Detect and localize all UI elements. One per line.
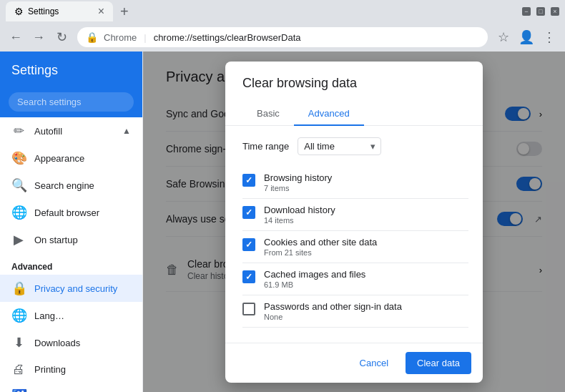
account-button[interactable]: 👤 (516, 27, 536, 47)
toolbar-icons: ☆ 👤 ⋮ (493, 27, 559, 47)
checkbox-item-passwords: Passwords and other sign-in data None (242, 295, 468, 327)
back-button[interactable]: ← (6, 27, 26, 47)
address-bar: ← → ↻ 🔒 Chrome | chrome://settings/clear… (0, 23, 565, 52)
menu-button[interactable]: ⋮ (539, 27, 559, 47)
sidebar-item-autofill[interactable]: ✏ Autofill ▲ (0, 117, 142, 144)
cached-sub: 61.9 MB (264, 280, 365, 289)
time-range-select[interactable]: Last hour Last 24 hours Last 7 days Last… (298, 137, 381, 155)
download-history-label: Download history (264, 205, 335, 215)
appearance-icon: 🎨 (11, 150, 26, 166)
browsing-history-sub: 7 items (264, 184, 332, 192)
sidebar-item-on-startup[interactable]: ▶ On startup (0, 226, 142, 253)
checkbox-list: ✓ Browsing history 7 items ✓ (242, 167, 468, 331)
sidebar-item-default-browser-label: Default browser (34, 207, 99, 218)
sidebar-item-appearance-label: Appearance (34, 153, 84, 164)
tab-favicon: ⚙ (14, 6, 24, 17)
browsing-history-label: Browsing history (264, 172, 332, 183)
passwords-sub: None (264, 313, 402, 321)
tab-bar: ⚙ Settings × + (6, 1, 133, 21)
active-tab[interactable]: ⚙ Settings × (6, 1, 113, 21)
check-mark: ✓ (245, 240, 252, 250)
autofill-icon: ✏ (11, 123, 26, 139)
cancel-button[interactable]: Cancel (348, 352, 400, 374)
cached-label: Cached images and files (264, 269, 365, 280)
sidebar-item-privacy[interactable]: 🔒 Privacy and security (0, 275, 142, 302)
languages-icon: 🌐 (11, 308, 26, 323)
main-layout: Settings ✏ Autofill ▲ 🎨 Appearance 🔍 Sea… (0, 52, 565, 392)
printing-icon: 🖨 (11, 362, 26, 377)
sidebar-item-downloads[interactable]: ⬇ Downloads (0, 329, 142, 356)
cookies-sub: From 21 sites (264, 248, 377, 257)
close-button[interactable]: × (551, 7, 559, 16)
default-browser-icon: 🌐 (11, 205, 26, 220)
sidebar-item-languages-label: Lang… (34, 310, 64, 321)
dialog-body: Time range Last hour Last 24 hours Last … (225, 126, 483, 343)
refresh-button[interactable]: ↻ (51, 27, 72, 47)
time-range-row: Time range Last hour Last 24 hours Last … (242, 137, 466, 155)
cookies-checkbox[interactable]: ✓ (242, 238, 255, 251)
sidebar-item-downloads-label: Downloads (34, 338, 80, 348)
browsing-history-checkbox[interactable]: ✓ (242, 174, 255, 187)
dialog-footer: Cancel Clear data (225, 343, 483, 383)
sidebar-item-search-engine[interactable]: 🔍 Search engine (0, 172, 142, 199)
chrome-label: Chrome (104, 32, 137, 43)
dialog-tabs: Basic Advanced (225, 102, 483, 126)
omnibox[interactable]: 🔒 Chrome | chrome://settings/clearBrowse… (77, 27, 488, 47)
maximize-button[interactable]: □ (536, 7, 545, 16)
dialog-title: Clear browsing data (225, 62, 483, 102)
secure-icon: 🔒 (86, 31, 98, 43)
sidebar-item-languages[interactable]: 🌐 Lang… (0, 302, 142, 329)
clear-data-button[interactable]: Clear data (406, 352, 471, 374)
new-tab-button[interactable]: + (116, 4, 133, 20)
on-startup-icon: ▶ (11, 232, 26, 248)
advanced-section-label: Advanced (0, 253, 142, 275)
accessibility-icon: ♿ (11, 388, 26, 392)
privacy-icon: 🔒 (11, 280, 26, 296)
sidebar-title: Settings (0, 52, 142, 87)
passwords-checkbox[interactable] (242, 303, 255, 315)
search-input[interactable] (9, 92, 134, 112)
window-controls: − □ × (522, 7, 559, 16)
time-range-select-wrapper[interactable]: Last hour Last 24 hours Last 7 days Last… (298, 137, 381, 155)
content-area: Privacy and security Sync and Google ser… (143, 52, 565, 392)
tab-close-button[interactable]: × (98, 6, 104, 17)
cached-checkbox[interactable]: ✓ (242, 270, 255, 283)
checkbox-item-autofill: Autofill form data (242, 327, 468, 331)
nav-buttons: ← → ↻ (6, 27, 72, 47)
check-mark: ✓ (245, 207, 252, 217)
tab-title: Settings (28, 6, 59, 16)
sidebar-item-printing-label: Printing (34, 364, 66, 375)
clear-browsing-dialog: Clear browsing data Basic Advanced Time … (225, 62, 483, 383)
minimize-button[interactable]: − (522, 7, 531, 16)
sidebar-item-appearance[interactable]: 🎨 Appearance (0, 144, 142, 172)
separator: | (144, 32, 146, 43)
sidebar-search-area (0, 87, 142, 117)
bookmark-button[interactable]: ☆ (493, 27, 514, 47)
download-history-checkbox[interactable]: ✓ (242, 206, 255, 219)
sidebar-item-accessibility[interactable]: ♿ Accessibility (0, 383, 142, 392)
sidebar-item-default-browser[interactable]: 🌐 Default browser (0, 199, 142, 226)
search-engine-icon: 🔍 (11, 177, 26, 193)
sidebar-item-autofill-label: Autofill (34, 126, 62, 137)
forward-button[interactable]: → (29, 27, 49, 47)
autofill-arrow-icon: ▲ (122, 126, 131, 136)
tab-basic[interactable]: Basic (242, 102, 294, 126)
title-bar: ⚙ Settings × + − □ × (0, 0, 565, 23)
passwords-label: Passwords and other sign-in data (264, 301, 402, 312)
check-mark: ✓ (245, 272, 252, 282)
url-text: chrome://settings/clearBrowserData (154, 32, 301, 43)
check-mark: ✓ (245, 175, 252, 185)
time-range-label: Time range (242, 141, 289, 152)
sidebar: Settings ✏ Autofill ▲ 🎨 Appearance 🔍 Sea… (0, 52, 143, 392)
sidebar-item-on-startup-label: On startup (34, 235, 78, 245)
downloads-icon: ⬇ (11, 335, 26, 351)
sidebar-item-printing[interactable]: 🖨 Printing (0, 356, 142, 383)
dialog-overlay: Clear browsing data Basic Advanced Time … (143, 52, 565, 392)
download-history-sub: 14 items (264, 216, 335, 225)
tab-advanced[interactable]: Advanced (294, 102, 364, 126)
checkbox-item-cached: ✓ Cached images and files 61.9 MB (242, 263, 468, 295)
sidebar-item-search-engine-label: Search engine (34, 180, 94, 191)
checkbox-item-cookies: ✓ Cookies and other site data From 21 si… (242, 230, 468, 263)
checkbox-item-browsing: ✓ Browsing history 7 items (242, 167, 468, 198)
cookies-label: Cookies and other site data (264, 237, 377, 248)
